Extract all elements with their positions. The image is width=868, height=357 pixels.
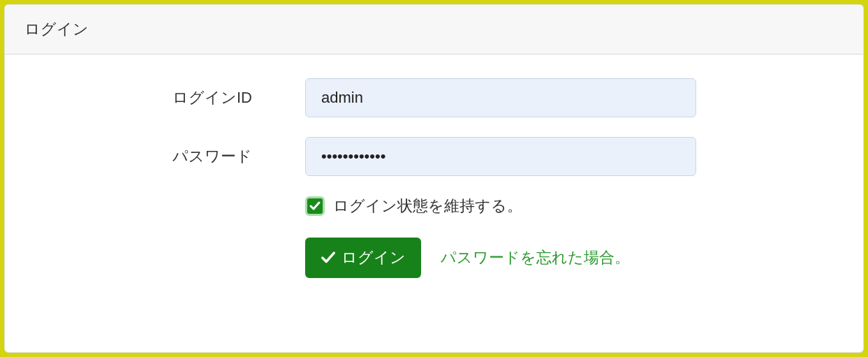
remember-checkbox[interactable] [305, 196, 325, 216]
remember-label: ログイン状態を維持する。 [333, 196, 522, 217]
panel-body: ログインID パスワード ログイン状態を維持する。 [5, 54, 863, 326]
check-icon [309, 201, 321, 212]
remember-row: ログイン状態を維持する。 [33, 196, 835, 217]
login-button[interactable]: ログイン [305, 238, 421, 278]
password-label: パスワード [33, 146, 305, 167]
login-button-label: ログイン [341, 247, 406, 268]
panel-title: ログイン [5, 5, 863, 54]
action-row: ログイン パスワードを忘れた場合。 [33, 238, 835, 278]
login-panel: ログイン ログインID パスワード ログイン状態を維持する。 [4, 4, 864, 353]
login-id-label: ログインID [33, 87, 305, 108]
check-icon [321, 250, 336, 265]
password-input[interactable] [305, 137, 696, 176]
forgot-password-link[interactable]: パスワードを忘れた場合。 [441, 247, 630, 268]
password-row: パスワード [33, 137, 835, 176]
login-id-input[interactable] [305, 78, 696, 117]
login-id-row: ログインID [33, 78, 835, 117]
